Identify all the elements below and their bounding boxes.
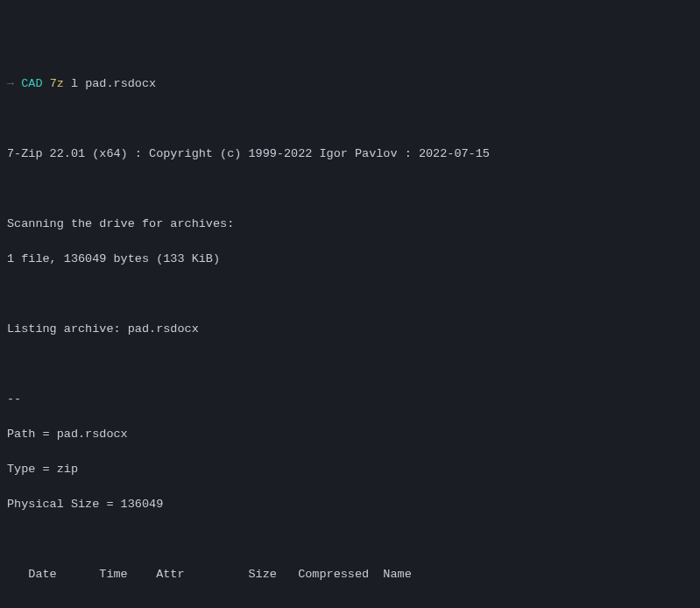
- column-rule: ------------------- ----- ------------ -…: [7, 601, 693, 608]
- column-header: Date Time Attr Size Compressed Name: [7, 566, 693, 583]
- prompt-arrow-icon: →: [7, 77, 14, 90]
- scanning-line: Scanning the drive for archives:: [7, 216, 693, 233]
- prompt-line[interactable]: → CAD 7z l pad.rsdocx: [7, 75, 693, 93]
- blank-line: [7, 531, 693, 548]
- blank-line: [7, 180, 693, 198]
- prompt-cwd: CAD: [21, 77, 42, 90]
- physical-size-line: Physical Size = 136049: [7, 496, 693, 513]
- listing-line: Listing archive: pad.rsdocx: [7, 321, 693, 338]
- type-line: Type = zip: [7, 461, 693, 478]
- version-line: 7-Zip 22.01 (x64) : Copyright (c) 1999-2…: [7, 145, 693, 163]
- blank-line: [7, 286, 693, 303]
- file-count-line: 1 file, 136049 bytes (133 KiB): [7, 251, 693, 268]
- dashes-line: --: [7, 391, 693, 408]
- path-line: Path = pad.rsdocx: [7, 426, 693, 443]
- prompt-args: l pad.rsdocx: [71, 77, 156, 90]
- blank-line: [7, 356, 693, 373]
- prompt-command: 7z: [50, 77, 64, 90]
- blank-line: [7, 110, 693, 128]
